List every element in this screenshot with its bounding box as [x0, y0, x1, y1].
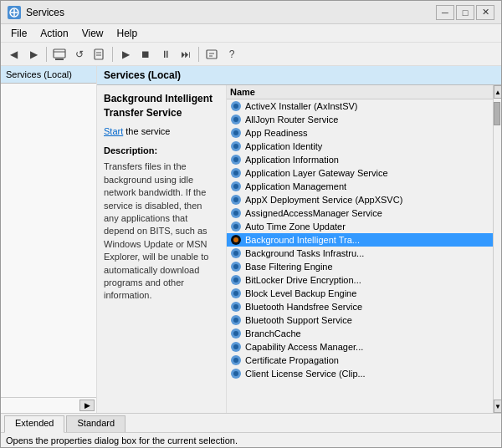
- toolbar-sep-3: [198, 47, 199, 62]
- refresh-button[interactable]: ↺: [70, 45, 89, 64]
- svg-point-43: [233, 304, 238, 309]
- list-header: Name: [227, 85, 493, 99]
- resume-service-button[interactable]: ⏭: [177, 45, 195, 64]
- service-row[interactable]: ActiveX Installer (AxInstSV): [227, 99, 493, 113]
- service-name: Block Level Backup Engine: [245, 288, 356, 298]
- start-service-button[interactable]: ▶: [116, 45, 135, 64]
- service-row[interactable]: Certificate Propagation: [227, 354, 493, 367]
- svg-point-53: [233, 371, 238, 376]
- svg-rect-9: [207, 50, 217, 59]
- svg-point-37: [233, 264, 238, 269]
- svg-rect-5: [55, 59, 64, 60]
- service-icon: [230, 194, 242, 206]
- svg-point-27: [233, 197, 238, 202]
- service-row[interactable]: AllJoyn Router Service: [227, 113, 493, 126]
- service-name: Application Identity: [245, 141, 322, 151]
- service-row[interactable]: Application Information: [227, 153, 493, 166]
- services-panel: Services (Local) Background Intelligent …: [97, 66, 501, 413]
- description-pane: Background Intelligent Transfer Service …: [97, 85, 227, 413]
- service-icon: [230, 247, 242, 259]
- close-button[interactable]: ✕: [476, 5, 494, 20]
- main-content: Services (Local) ▶ Services (Local) Back…: [1, 66, 501, 413]
- service-row[interactable]: AppX Deployment Service (AppXSVC): [227, 193, 493, 206]
- service-row[interactable]: BranchCache: [227, 327, 493, 340]
- service-row[interactable]: Block Level Backup Engine: [227, 287, 493, 300]
- service-name: Bluetooth Support Service: [245, 315, 352, 325]
- forward-button[interactable]: ▶: [24, 45, 43, 64]
- service-row[interactable]: Bluetooth Handsfree Service: [227, 300, 493, 313]
- scroll-down-arrow[interactable]: ▼: [494, 400, 501, 413]
- pause-service-button[interactable]: ⏸: [156, 45, 175, 64]
- svg-point-35: [233, 251, 238, 256]
- export-button[interactable]: [90, 45, 109, 64]
- service-icon: [230, 274, 242, 286]
- svg-point-41: [233, 291, 238, 296]
- svg-point-29: [233, 211, 238, 216]
- vertical-scrollbar[interactable]: ▲ ▼: [493, 85, 501, 413]
- service-row[interactable]: Application Management: [227, 180, 493, 193]
- service-name: Certificate Propagation: [245, 355, 339, 365]
- service-row[interactable]: Client License Service (Clip...: [227, 367, 493, 380]
- tab-extended[interactable]: Extended: [4, 415, 64, 433]
- minimize-button[interactable]: ─: [436, 5, 454, 20]
- help-button[interactable]: ?: [223, 45, 241, 64]
- nav-header[interactable]: Services (Local): [1, 66, 96, 84]
- service-row[interactable]: AssignedAccessManager Service: [227, 206, 493, 220]
- service-row[interactable]: Application Identity: [227, 140, 493, 153]
- service-row[interactable]: Bluetooth Support Service: [227, 313, 493, 327]
- service-name: BitLocker Drive Encryption...: [245, 275, 361, 285]
- service-row[interactable]: Background Intelligent Tra...: [227, 233, 493, 247]
- service-icon: [230, 301, 242, 313]
- start-link[interactable]: Start: [104, 126, 123, 136]
- svg-point-45: [233, 318, 238, 323]
- service-rows[interactable]: ActiveX Installer (AxInstSV) AllJoyn Rou…: [227, 99, 493, 409]
- service-icon: [230, 288, 242, 299]
- service-row[interactable]: BitLocker Drive Encryption...: [227, 273, 493, 287]
- status-text: Opens the properties dialog box for the …: [6, 435, 238, 445]
- menu-view[interactable]: View: [75, 26, 110, 41]
- menu-bar: File Action View Help: [1, 24, 501, 43]
- services-panel-header: Services (Local): [97, 66, 501, 85]
- service-name: AllJoyn Router Service: [245, 115, 338, 125]
- svg-point-49: [233, 344, 238, 349]
- properties-button[interactable]: [202, 45, 221, 64]
- service-name: Application Information: [245, 155, 339, 165]
- svg-point-13: [233, 104, 238, 109]
- service-icon: [230, 314, 242, 326]
- back-button[interactable]: ◀: [4, 45, 23, 64]
- service-icon: [230, 368, 242, 379]
- title-bar: Services ─ □ ✕: [1, 1, 501, 24]
- service-icon: [230, 100, 242, 112]
- service-icon: [230, 341, 242, 353]
- menu-help[interactable]: Help: [110, 26, 145, 41]
- tab-standard[interactable]: Standard: [66, 415, 126, 432]
- maximize-button[interactable]: □: [456, 5, 474, 20]
- svg-rect-6: [95, 49, 103, 59]
- service-row[interactable]: Base Filtering Engine: [227, 260, 493, 273]
- service-icon: [230, 221, 242, 232]
- service-row[interactable]: App Readiness: [227, 126, 493, 140]
- svg-point-39: [233, 277, 238, 283]
- scroll-thumb[interactable]: [494, 102, 500, 125]
- service-icon: [230, 127, 242, 139]
- service-row[interactable]: Capability Access Manager...: [227, 340, 493, 354]
- service-row[interactable]: Auto Time Zone Updater: [227, 220, 493, 233]
- svg-point-33: [233, 237, 238, 242]
- service-name: Background Intelligent Tra...: [245, 235, 360, 245]
- service-row[interactable]: Background Tasks Infrastru...: [227, 247, 493, 260]
- service-icon: [230, 140, 242, 152]
- service-name: ActiveX Installer (AxInstSV): [245, 101, 358, 111]
- content-area: Background Intelligent Transfer Service …: [97, 85, 501, 413]
- stop-service-button[interactable]: ⏹: [136, 45, 155, 64]
- scroll-up-arrow[interactable]: ▲: [494, 85, 501, 99]
- nav-expand-button[interactable]: ▶: [79, 400, 95, 411]
- service-name: Capability Access Manager...: [245, 342, 363, 352]
- nav-pane: Services (Local) ▶: [1, 66, 97, 413]
- service-name: AssignedAccessManager Service: [245, 208, 382, 218]
- service-name: Auto Time Zone Updater: [245, 221, 346, 232]
- menu-action[interactable]: Action: [33, 26, 74, 41]
- menu-file[interactable]: File: [4, 26, 33, 41]
- service-icon: [230, 154, 242, 165]
- service-row[interactable]: Application Layer Gateway Service: [227, 166, 493, 180]
- show-console-button[interactable]: [50, 45, 69, 64]
